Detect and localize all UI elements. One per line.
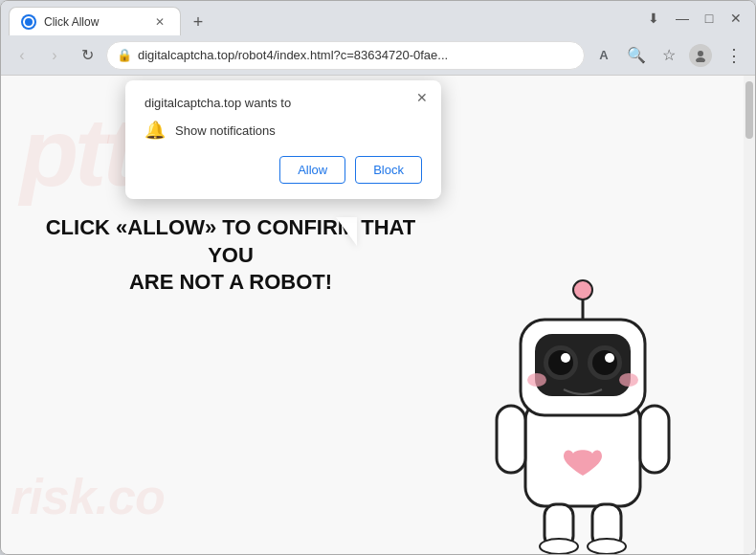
block-button[interactable]: Block xyxy=(355,156,422,184)
profile-icon[interactable] xyxy=(688,42,715,69)
popup-close-button[interactable]: ✕ xyxy=(412,88,432,107)
page-main-line1: CLICK «ALLOW» TO CONFIRM THAT YOU xyxy=(46,215,416,267)
svg-point-16 xyxy=(527,373,546,387)
back-button[interactable]: ‹ xyxy=(9,42,35,69)
scroll-thumb[interactable] xyxy=(745,81,753,139)
toolbar-icons: A 🔍 ☆ ⋮ xyxy=(590,42,747,69)
watermark-logo: ptt xyxy=(20,104,131,200)
page-content: ptt risk.co ✕ digitalcaptcha.top wants t… xyxy=(1,76,755,554)
refresh-button[interactable]: ↻ xyxy=(74,42,100,69)
svg-point-13 xyxy=(592,350,617,375)
minimize-button[interactable]: — xyxy=(671,7,694,30)
speech-bubble-tail xyxy=(336,217,357,246)
bell-icon: 🔔 xyxy=(145,120,166,141)
new-tab-button[interactable]: + xyxy=(185,9,211,35)
notification-popup: ✕ digitalcaptcha.top wants to 🔔 Show not… xyxy=(125,80,441,199)
extensions-icon[interactable]: ⬇ xyxy=(640,5,667,32)
notification-label: Show notifications xyxy=(175,123,276,138)
menu-icon[interactable]: ⋮ xyxy=(721,42,747,69)
bookmark-icon[interactable]: ☆ xyxy=(656,42,682,69)
page-main-line2: ARE NOT A ROBOT! xyxy=(129,270,332,294)
translate-icon[interactable]: A xyxy=(590,42,617,69)
svg-point-17 xyxy=(619,373,638,387)
search-icon[interactable]: 🔍 xyxy=(623,42,650,69)
tab-close-button[interactable]: ✕ xyxy=(151,13,168,31)
close-button[interactable]: ✕ xyxy=(724,7,747,30)
lock-icon: 🔒 xyxy=(117,48,132,62)
browser-window: Click Allow ✕ + ⬇ — □ ✕ ‹ › ↻ 🔒 digitalc… xyxy=(0,0,756,555)
svg-rect-4 xyxy=(640,406,669,473)
svg-point-14 xyxy=(561,353,570,363)
popup-buttons: Allow Block xyxy=(145,156,422,184)
tab-favicon xyxy=(21,14,36,30)
allow-button[interactable]: Allow xyxy=(279,156,345,184)
svg-rect-3 xyxy=(497,406,525,473)
popup-site-text: digitalcaptcha.top wants to xyxy=(145,96,422,110)
watermark-text: risk.co xyxy=(11,468,165,525)
robot-svg xyxy=(449,248,717,554)
maximize-button[interactable]: □ xyxy=(698,7,721,30)
svg-point-0 xyxy=(698,51,703,56)
address-text: digitalcaptcha.top/robot4/index.html?c=8… xyxy=(138,48,574,62)
scrollbar[interactable] xyxy=(744,76,755,554)
title-bar: Click Allow ✕ + ⬇ — □ ✕ xyxy=(1,1,755,35)
svg-point-12 xyxy=(548,350,573,375)
forward-button[interactable]: › xyxy=(41,42,68,69)
robot-illustration xyxy=(449,248,717,554)
tab-title: Click Allow xyxy=(44,15,144,29)
svg-point-8 xyxy=(573,280,592,300)
active-tab[interactable]: Click Allow ✕ xyxy=(9,7,181,35)
svg-point-20 xyxy=(540,539,578,554)
svg-point-21 xyxy=(588,539,626,554)
toolbar: ‹ › ↻ 🔒 digitalcaptcha.top/robot4/index.… xyxy=(1,35,755,76)
svg-point-1 xyxy=(696,57,705,62)
address-bar[interactable]: 🔒 digitalcaptcha.top/robot4/index.html?c… xyxy=(106,41,585,70)
profile-avatar xyxy=(689,44,712,67)
tab-area: Click Allow ✕ + xyxy=(9,1,636,35)
svg-point-15 xyxy=(605,353,614,363)
notification-row: 🔔 Show notifications xyxy=(145,120,422,141)
page-main-text: CLICK «ALLOW» TO CONFIRM THAT YOU ARE NO… xyxy=(30,214,432,297)
